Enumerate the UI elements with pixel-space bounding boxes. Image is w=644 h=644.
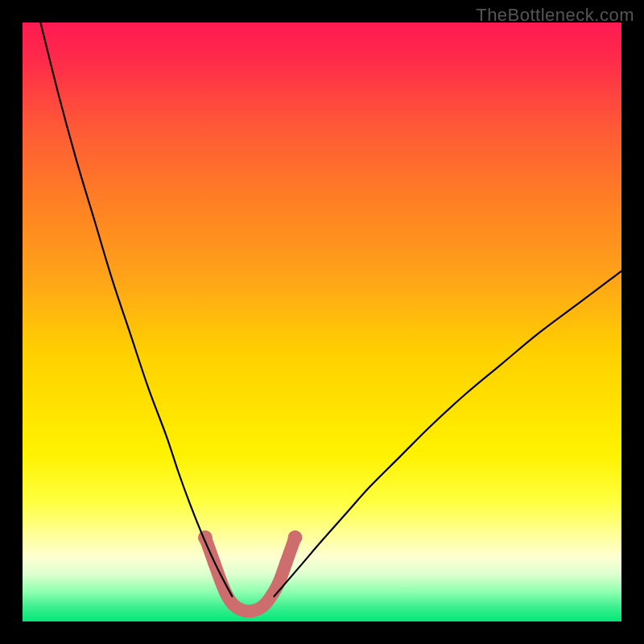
valley-dot: [272, 576, 285, 589]
valley-dot: [288, 530, 303, 545]
valley-dot: [279, 556, 292, 569]
gradient-rect: [23, 23, 621, 621]
chart-svg: [23, 23, 621, 621]
plot-area: [23, 23, 621, 621]
chart-frame: TheBottleneck.com: [0, 0, 644, 644]
